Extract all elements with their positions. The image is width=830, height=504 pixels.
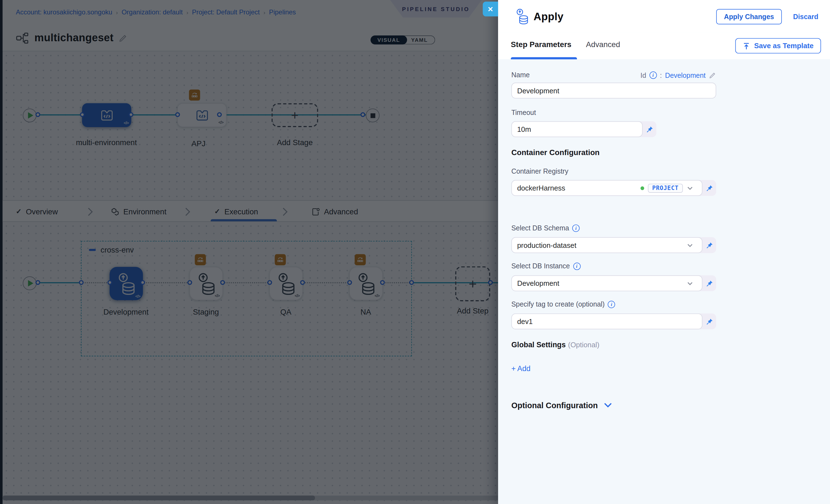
pin-input-type-button[interactable] xyxy=(643,121,657,137)
name-label: Name xyxy=(511,71,530,80)
pin-icon xyxy=(646,126,653,133)
pipeline-studio-main: Account: kurosakiichigo.songoku › Organi… xyxy=(0,0,498,504)
drawer-title: Apply xyxy=(534,10,564,23)
timeout-input[interactable] xyxy=(517,125,637,133)
add-global-setting-button[interactable]: + Add xyxy=(511,364,531,373)
save-as-template-button[interactable]: Save as Template xyxy=(735,38,821,54)
info-icon[interactable]: i xyxy=(572,225,580,232)
db-instance-select[interactable]: Development xyxy=(511,275,702,291)
container-registry-label: Container Registry xyxy=(511,167,716,176)
db-schema-select[interactable]: production-dataset xyxy=(511,237,702,253)
tab-step-parameters[interactable]: Step Parameters xyxy=(511,40,571,49)
db-schema-value: production-dataset xyxy=(517,241,683,249)
pin-input-type-button[interactable] xyxy=(702,237,716,253)
pin-icon xyxy=(706,318,713,325)
chevron-down-icon xyxy=(604,403,612,408)
db-schema-label: Select DB Schema xyxy=(511,224,569,232)
step-config-drawer: Apply Apply Changes Discard Step Paramet… xyxy=(498,0,830,504)
chevron-down-icon[interactable] xyxy=(683,281,697,285)
optional-configuration-toggle[interactable]: Optional Configuration xyxy=(511,401,716,410)
tag-input-wrap xyxy=(511,313,702,329)
timeout-input-wrap xyxy=(511,121,643,137)
connectivity-status-dot xyxy=(641,186,644,190)
name-input[interactable] xyxy=(517,87,710,95)
id-colon: : xyxy=(660,71,662,79)
drawer-close-button[interactable]: ✕ xyxy=(483,2,498,17)
container-registry-select[interactable]: dockerHarness PROJECT xyxy=(511,180,702,196)
tag-label: Specify tag to create (optional) xyxy=(511,300,605,309)
pin-input-type-button[interactable] xyxy=(702,180,716,196)
info-icon[interactable]: i xyxy=(649,71,657,79)
name-input-wrap xyxy=(511,83,716,98)
step-id-value[interactable]: Development xyxy=(665,71,705,79)
step-id-row: Id i : Development xyxy=(640,71,716,79)
save-as-template-label: Save as Template xyxy=(754,42,814,50)
optional-configuration-label: Optional Configuration xyxy=(511,401,598,410)
id-label: Id xyxy=(640,71,646,79)
global-settings-label: Global Settings xyxy=(511,340,566,349)
apply-step-icon xyxy=(515,8,529,24)
pin-input-type-button[interactable] xyxy=(702,313,716,329)
chevron-down-icon[interactable] xyxy=(683,186,697,190)
close-icon: ✕ xyxy=(487,5,493,13)
drawer-tabbar: Step Parameters Advanced Save as Templat… xyxy=(498,33,830,60)
apply-changes-button[interactable]: Apply Changes xyxy=(716,9,782,24)
drawer-dim-overlay[interactable] xyxy=(0,0,498,504)
container-configuration-heading: Container Configuration xyxy=(511,148,716,157)
db-instance-label: Select DB Instance xyxy=(511,262,570,271)
chevron-down-icon[interactable] xyxy=(683,244,697,247)
info-icon[interactable]: i xyxy=(608,301,615,308)
tab-step-advanced[interactable]: Advanced xyxy=(586,40,620,49)
drawer-form: Name Id i : Development xyxy=(498,59,830,504)
pin-icon xyxy=(706,184,713,191)
container-registry-value: dockerHarness xyxy=(517,184,641,192)
pipeline-studio-screen: Account: kurosakiichigo.songoku › Organi… xyxy=(0,0,830,504)
pin-icon xyxy=(706,280,713,287)
active-tab-underline xyxy=(511,57,577,59)
pin-input-type-button[interactable] xyxy=(702,275,716,291)
scope-badge: PROJECT xyxy=(648,184,683,193)
drawer-header: Apply Apply Changes Discard xyxy=(498,0,830,33)
pin-icon xyxy=(706,242,713,249)
timeout-label: Timeout xyxy=(511,108,716,117)
discard-button[interactable]: Discard xyxy=(793,12,818,21)
edit-id-icon[interactable] xyxy=(709,71,716,79)
upload-icon xyxy=(742,42,750,50)
info-icon[interactable]: i xyxy=(573,262,580,270)
db-instance-value: Development xyxy=(517,279,683,287)
tag-input[interactable] xyxy=(517,317,697,325)
global-settings-optional: (Optional) xyxy=(568,341,599,349)
